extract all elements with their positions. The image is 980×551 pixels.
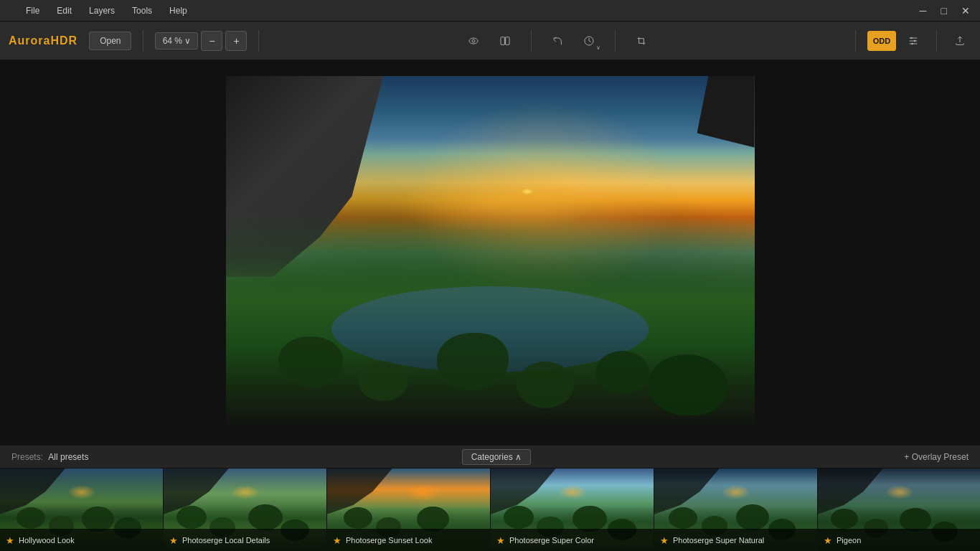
maximize-button[interactable]: □ [937,4,951,18]
main-image [226,76,755,430]
preset-label-area: ★ Photoserge Super Natural [654,529,817,551]
separator-4 [615,30,616,52]
menu-edit[interactable]: Edit [54,4,75,17]
presets-panel: Presets: All presets Categories ∧ + Over… [0,445,980,551]
preset-star-icon: ★ [169,535,178,546]
presets-label-text: Presets: All presets [11,452,88,462]
list-item[interactable]: ★ Photoserge Super Natural [654,468,818,551]
preset-name-label: Photoserge Local Details [182,536,270,545]
separator-2 [258,30,259,52]
preset-name-label: Pigeon [837,536,861,545]
categories-button[interactable]: Categories ∧ [462,449,531,465]
svg-point-9 [910,37,913,39]
zoom-out-button[interactable]: − [201,31,222,51]
toolbar-center: ∨ [270,29,844,52]
undo-button[interactable] [546,29,569,52]
list-item[interactable]: ★ Photoserge Super Color [491,468,654,551]
presets-label: Presets: All presets [11,452,88,462]
menu-help[interactable]: Help [166,4,190,17]
overlay-preset-button[interactable]: + Overlay Preset [904,452,969,462]
preview-button[interactable] [462,29,485,52]
toolbar-right: ODD [849,29,971,52]
history-button[interactable]: ∨ [578,29,600,52]
minimize-button[interactable]: ─ [915,4,931,18]
separator-5 [855,30,856,52]
separator-6 [936,30,937,52]
export-button[interactable] [948,29,971,52]
title-bar: File Edit Layers Tools Help ─ □ ✕ [0,0,980,22]
close-button[interactable]: ✕ [957,4,974,18]
svg-point-1 [472,39,475,42]
history-chevron: ∨ [596,44,600,51]
preset-star-icon: ★ [660,535,669,546]
presets-scroll-area[interactable]: ★ Hollywood Look ★ Photoserge Local Deta… [0,468,980,551]
window-controls: ─ □ ✕ [915,4,974,18]
compare-icon [499,35,511,47]
zoom-in-button[interactable]: + [225,31,247,51]
list-item[interactable]: ★ Pigeon [818,468,980,551]
preset-star-icon: ★ [6,535,14,546]
svg-rect-2 [501,37,504,44]
preset-name-label: Hollywood Look [19,536,75,545]
preset-label-area: ★ Photoserge Local Details [164,529,326,551]
list-item[interactable]: ★ Photoserge Sunset Look [327,468,491,551]
svg-point-0 [469,38,478,44]
toolbar: AuroraHDR Open 64 % ∨ − + [0,22,980,60]
separator-1 [143,30,143,52]
open-button[interactable]: Open [89,32,131,50]
svg-rect-3 [505,37,509,44]
preset-label-area: ★ Photoserge Super Color [491,529,654,551]
menu-bar: File Edit Layers Tools Help [6,4,190,17]
preset-name-label: Photoserge Super Natural [673,536,764,545]
adjustments-button[interactable] [902,29,925,52]
app-logo: AuroraHDR [9,34,77,47]
presets-header: Presets: All presets Categories ∧ + Over… [0,446,980,468]
odd-button[interactable]: ODD [867,31,896,51]
sliders-icon [908,35,919,47]
preset-label-area: ★ Photoserge Sunset Look [327,529,490,551]
canvas-area [0,60,980,445]
zoom-level-display[interactable]: 64 % ∨ [155,32,198,50]
svg-point-11 [911,42,913,44]
list-item[interactable]: ★ Hollywood Look [0,468,164,551]
history-icon [583,35,595,47]
compare-button[interactable] [494,29,517,52]
menu-file[interactable]: File [23,4,42,17]
list-item[interactable]: ★ Photoserge Local Details [164,468,327,551]
eye-icon [468,35,479,47]
crop-icon [636,35,647,47]
export-icon [954,35,966,47]
svg-point-10 [914,39,916,42]
image-background [226,76,755,430]
zoom-control: 64 % ∨ − + [155,31,247,51]
menu-layers[interactable]: Layers [86,4,118,17]
crop-button[interactable] [630,29,653,52]
preset-label-area: ★ Hollywood Look [0,529,163,551]
preset-label-area: ★ Pigeon [818,529,980,551]
preset-star-icon: ★ [333,535,341,546]
menu-tools[interactable]: Tools [129,4,155,17]
preset-name-label: Photoserge Super Color [509,536,594,545]
separator-3 [531,30,532,52]
preset-name-label: Photoserge Sunset Look [346,536,432,545]
undo-icon [552,35,563,47]
main-canvas-area [0,60,980,445]
preset-star-icon: ★ [496,535,505,546]
preset-star-icon: ★ [824,535,832,546]
